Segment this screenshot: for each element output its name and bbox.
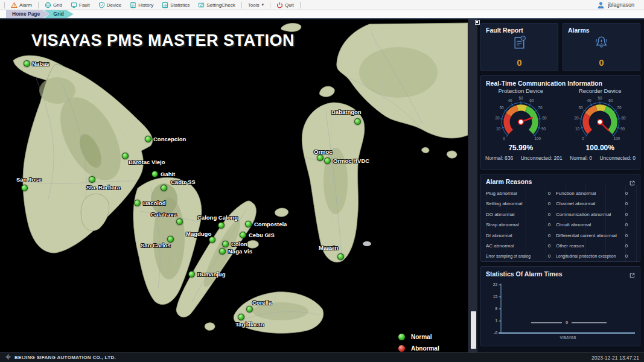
svg-text:0: 0 xyxy=(503,136,505,141)
toolbar-button-quit[interactable]: Quit xyxy=(272,0,298,10)
station-marker-naga-vis[interactable] xyxy=(219,248,226,255)
station-marker-corella[interactable] xyxy=(246,306,253,313)
station-label: Colon xyxy=(231,241,247,247)
scrollbar-thumb[interactable] xyxy=(471,311,476,349)
svg-text:20: 20 xyxy=(575,116,579,120)
tab-home-page[interactable]: Home Page xyxy=(6,10,49,18)
station-label: Calong Calong xyxy=(197,214,238,221)
alarm-reason-label: DO abnormal xyxy=(486,210,543,220)
station-marker-san-jose[interactable] xyxy=(21,185,28,191)
alarm-reason-value: 0 xyxy=(543,231,556,241)
tab-bar: Home Page Grid xyxy=(0,10,644,19)
svg-text:0: 0 xyxy=(566,320,568,325)
station-marker-colon[interactable] xyxy=(222,241,229,247)
toolbar-button-settingcheck[interactable]: SettingCheck xyxy=(194,0,240,10)
chevron-down-icon: ▾ xyxy=(261,2,264,7)
company-name: BEIJING SIFANG AUTOMATION CO., LTD. xyxy=(14,355,116,360)
station-marker-compostela[interactable] xyxy=(245,221,252,227)
station-marker-concepcion[interactable] xyxy=(145,136,151,142)
normal-status-dot-icon xyxy=(398,334,405,340)
station-marker-tagbilaran[interactable] xyxy=(238,314,244,320)
svg-text:90: 90 xyxy=(620,127,625,131)
toolbar-button-tools[interactable]: Tools▾ xyxy=(244,0,268,10)
gauge-recorder-device: 0102030405060708090100 xyxy=(566,95,634,147)
alarm-reason-label: Strap abnormal xyxy=(486,220,543,230)
gauge-row: Protection Device01020304050607080901007… xyxy=(481,87,640,152)
station-label: Compostela xyxy=(254,221,287,227)
toolbar-button-alarm[interactable]: Alarm xyxy=(7,0,36,10)
svg-text:70: 70 xyxy=(617,106,622,110)
fault-report-card[interactable]: Fault Report 0 xyxy=(480,23,558,71)
alarm-reasons-expand-icon[interactable] xyxy=(629,178,636,185)
toolbar-button-label: Alarm xyxy=(19,2,32,8)
toolbar-button-device[interactable]: Device xyxy=(94,0,126,10)
station-label: Magdugo xyxy=(186,230,211,237)
svg-text:20: 20 xyxy=(495,116,500,120)
alarm-triangle-icon xyxy=(11,2,18,8)
station-marker-magdugo[interactable] xyxy=(209,237,215,243)
fault-report-title: Fault Report xyxy=(486,27,523,34)
station-marker-calong-calong[interactable] xyxy=(218,222,225,229)
toolbar-button-statistics[interactable]: Statistics xyxy=(158,0,194,10)
station-marker-ormoc[interactable] xyxy=(317,154,324,161)
station-marker-nabas[interactable] xyxy=(24,60,30,67)
toolbar-button-history[interactable]: History xyxy=(126,0,158,10)
map-region[interactable]: VISAYAS PMS MASTER STATION NabasSan Jose… xyxy=(0,19,468,352)
alarms-card[interactable]: Alarms 0 xyxy=(563,23,640,71)
station-marker-maasin[interactable] xyxy=(337,253,344,260)
station-marker-sta-barbara[interactable] xyxy=(89,176,95,183)
toolbar-separator xyxy=(270,2,270,8)
station-marker-dumanjug[interactable] xyxy=(188,271,195,278)
station-label: Corella xyxy=(252,299,272,306)
station-marker-calatrava[interactable] xyxy=(176,218,183,225)
station-marker-bacolod[interactable] xyxy=(134,200,141,206)
station-marker-cebu-gis[interactable] xyxy=(240,232,246,238)
alarm-reason-label: Function abnormal xyxy=(556,189,620,199)
map-title: VISAYAS PMS MASTER STATION xyxy=(31,31,295,50)
toolbar-button-fault[interactable]: Fault xyxy=(66,0,94,10)
gauge-column-recorder-device: Recorder Device0102030405060708090100100… xyxy=(561,87,640,152)
setting-check-icon xyxy=(198,2,205,8)
svg-text:60: 60 xyxy=(609,98,614,103)
toolbar-button-label: Device xyxy=(107,2,121,8)
alarm-reason-value: 0 xyxy=(620,199,633,209)
station-marker-barotac-viejo[interactable] xyxy=(122,153,129,159)
alarm-stats-chart: 221581-60VISAYAS xyxy=(483,280,639,340)
svg-text:1: 1 xyxy=(495,319,497,323)
status-timestamp: 2023-12-21 13:47:21 xyxy=(591,355,639,361)
alarm-reason-value: 0 xyxy=(543,189,556,199)
toolbar-separator xyxy=(38,2,39,8)
alarm-reason-value: 0 xyxy=(620,220,633,230)
toolbar-button-label: Grid xyxy=(53,2,62,8)
station-marker-ormoc-hvdc[interactable] xyxy=(324,157,331,164)
station-marker-san-carlos[interactable] xyxy=(167,236,174,243)
station-label: Calatrava xyxy=(151,211,177,218)
status-company: BEIJING SIFANG AUTOMATION CO., LTD. xyxy=(5,354,116,361)
alarms-count: 0 xyxy=(563,57,640,68)
comm-count-label: Unconnected: 201 xyxy=(521,155,563,161)
monitor-icon xyxy=(71,2,77,8)
toolbar-button-label: Tools xyxy=(248,2,260,8)
toolbar-button-label: History xyxy=(138,2,153,8)
alarm-stats-expand-icon[interactable] xyxy=(629,270,636,277)
toolbar-button-label: Quit xyxy=(285,2,294,8)
toolbar-button-grid[interactable]: Grid xyxy=(40,0,66,10)
alarm-reason-value: 0 xyxy=(620,252,633,262)
realtime-comm-title: Real-Time Communication Information xyxy=(481,76,640,87)
svg-text:10: 10 xyxy=(496,127,501,131)
svg-text:90: 90 xyxy=(541,127,546,131)
comm-footer: Normal: 636Unconnected: 201Normal: 0Unco… xyxy=(481,155,640,161)
station-label: Gahit xyxy=(161,171,175,177)
alarm-reason-label: Channel abnormal xyxy=(556,199,620,209)
station-marker-gahit[interactable] xyxy=(151,171,158,177)
station-marker-cadiz-ss[interactable] xyxy=(161,185,167,191)
sidebar-collapse-icon[interactable] xyxy=(475,20,480,25)
user-avatar-icon xyxy=(597,1,605,9)
svg-text:50: 50 xyxy=(598,96,603,100)
vertical-scrollbar xyxy=(468,19,477,352)
station-marker-babatngon[interactable] xyxy=(354,118,361,125)
svg-text:10: 10 xyxy=(575,127,580,131)
station-label: Dumanjug xyxy=(197,271,225,278)
alarm-reason-label: Other reason xyxy=(556,241,620,252)
user-info[interactable]: jblagnason xyxy=(597,1,634,9)
